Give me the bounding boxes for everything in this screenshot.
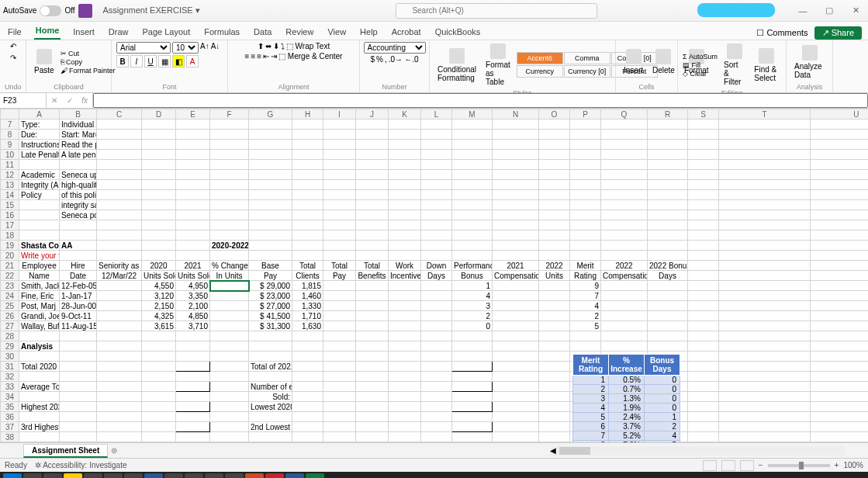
cell-Q17[interactable]: [601, 220, 648, 230]
cell-C15[interactable]: [97, 200, 142, 210]
merit-cell[interactable]: 1.9%: [609, 404, 645, 413]
cell-U9[interactable]: [811, 140, 868, 150]
col-header-J[interactable]: J: [356, 109, 389, 120]
cell-N10[interactable]: [493, 150, 539, 160]
cell-L9[interactable]: [421, 140, 452, 150]
cell-T21[interactable]: [719, 261, 811, 271]
cell-M11[interactable]: [452, 160, 493, 170]
tab-data[interactable]: Data: [252, 24, 273, 40]
cell-U20[interactable]: [811, 251, 868, 261]
cell-E19[interactable]: [176, 241, 210, 251]
cell-R17[interactable]: [648, 220, 688, 230]
cell-N38[interactable]: [493, 432, 539, 442]
cell-Q7[interactable]: [601, 120, 648, 130]
cell-L32[interactable]: [421, 372, 452, 382]
cell-B31[interactable]: [60, 362, 97, 372]
start-button[interactable]: [3, 473, 22, 478]
cell-F10[interactable]: [210, 150, 249, 160]
cell-T22[interactable]: [719, 271, 811, 281]
cell-I11[interactable]: [323, 160, 356, 170]
cell-R25[interactable]: [648, 301, 688, 311]
cell-J29[interactable]: [356, 341, 389, 352]
cell-J11[interactable]: [356, 160, 389, 170]
cell-D39[interactable]: [142, 442, 176, 443]
merit-cell[interactable]: 0.5%: [609, 376, 645, 385]
cell-J18[interactable]: [356, 230, 389, 241]
cell-S18[interactable]: [688, 230, 719, 241]
cell-P18[interactable]: [570, 230, 601, 241]
cell-I12[interactable]: [323, 170, 356, 180]
merge-center-button[interactable]: ⬚ Merge & Center: [278, 52, 342, 61]
style-accent6[interactable]: Accent6: [517, 52, 563, 64]
border-button[interactable]: ▦: [158, 55, 171, 68]
cell-B17[interactable]: [60, 220, 97, 230]
cell-G29[interactable]: [249, 341, 292, 352]
cell-B39[interactable]: [60, 442, 97, 443]
cell-G9[interactable]: [249, 140, 292, 150]
number-format-select[interactable]: Accounting: [364, 42, 426, 54]
cell-P19[interactable]: [570, 241, 601, 251]
cell-E35[interactable]: [176, 402, 210, 412]
cell-H23[interactable]: 1,815: [292, 281, 323, 291]
zoom-slider[interactable]: [768, 464, 830, 467]
cell-C7[interactable]: [97, 120, 142, 130]
cell-S8[interactable]: [688, 130, 719, 140]
cell-U21[interactable]: [811, 261, 868, 271]
merit-cell[interactable]: 5: [573, 413, 609, 422]
cell-S17[interactable]: [688, 220, 719, 230]
cell-O9[interactable]: [539, 140, 570, 150]
cell-Q19[interactable]: [601, 241, 648, 251]
taskbar-edge-icon[interactable]: [124, 473, 143, 478]
cell-R20[interactable]: [648, 251, 688, 261]
cell-G33[interactable]: Number of employees without an improveme…: [249, 382, 292, 392]
cell-O14[interactable]: [539, 190, 570, 200]
cell-J38[interactable]: [356, 432, 389, 442]
cell-B24[interactable]: 1-Jan-17: [60, 291, 97, 301]
cell-C22[interactable]: 12/Mar/22: [97, 271, 142, 281]
row-header-24[interactable]: 24: [1, 291, 19, 301]
cell-I15[interactable]: [323, 200, 356, 210]
cell-Q20[interactable]: [601, 251, 648, 261]
cell-U29[interactable]: [811, 341, 868, 352]
cell-K24[interactable]: [389, 291, 421, 301]
cell-G30[interactable]: [249, 352, 292, 362]
taskbar-app-icon[interactable]: [164, 473, 183, 478]
cell-G24[interactable]: $ 23,000: [249, 291, 292, 301]
cell-A31[interactable]: Total 2020 Units Sold is:: [19, 362, 60, 372]
cell-M21[interactable]: Performance: [452, 261, 493, 271]
cell-N39[interactable]: [493, 442, 539, 443]
cell-M31[interactable]: [452, 362, 493, 372]
cell-D32[interactable]: [142, 372, 176, 382]
cell-J27[interactable]: [356, 321, 389, 331]
cell-S11[interactable]: [688, 160, 719, 170]
cell-I14[interactable]: [323, 190, 356, 200]
cell-M26[interactable]: 2: [452, 311, 493, 321]
cell-J32[interactable]: [356, 372, 389, 382]
cell-A20[interactable]: Write your full name here: [19, 251, 60, 261]
cell-K15[interactable]: [389, 200, 421, 210]
cell-P9[interactable]: [570, 140, 601, 150]
cell-D17[interactable]: [142, 220, 176, 230]
taskbar-search-icon[interactable]: [23, 473, 42, 478]
cell-D7[interactable]: [142, 120, 176, 130]
cell-C28[interactable]: [97, 331, 142, 341]
cell-D27[interactable]: 3,615: [142, 321, 176, 331]
cell-S39[interactable]: [688, 442, 719, 443]
row-header-20[interactable]: 20: [1, 251, 19, 261]
cell-Q28[interactable]: [601, 331, 648, 341]
cell-L33[interactable]: [421, 382, 452, 392]
cell-N7[interactable]: [493, 120, 539, 130]
tab-insert[interactable]: Insert: [71, 24, 96, 40]
cell-H15[interactable]: [292, 200, 323, 210]
cell-H30[interactable]: [292, 352, 323, 362]
cell-G32[interactable]: [249, 372, 292, 382]
cell-C8[interactable]: [97, 130, 142, 140]
cell-A15[interactable]: [19, 200, 60, 210]
cell-D11[interactable]: [142, 160, 176, 170]
view-pagelayout-button[interactable]: [721, 460, 735, 471]
cell-E15[interactable]: [176, 200, 210, 210]
taskbar-word2-icon[interactable]: [285, 473, 304, 478]
cell-E39[interactable]: [176, 442, 210, 443]
cell-D25[interactable]: 2,150: [142, 301, 176, 311]
cell-P15[interactable]: [570, 200, 601, 210]
